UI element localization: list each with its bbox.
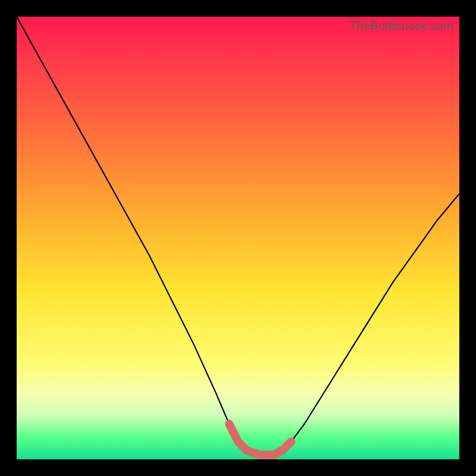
chart-plot-area: TheBottleneck.com [17, 17, 459, 459]
chart-curve [17, 17, 459, 455]
chart-overlay [17, 17, 459, 459]
chart-highlight [229, 424, 291, 455]
chart-frame: TheBottleneck.com [0, 0, 476, 476]
